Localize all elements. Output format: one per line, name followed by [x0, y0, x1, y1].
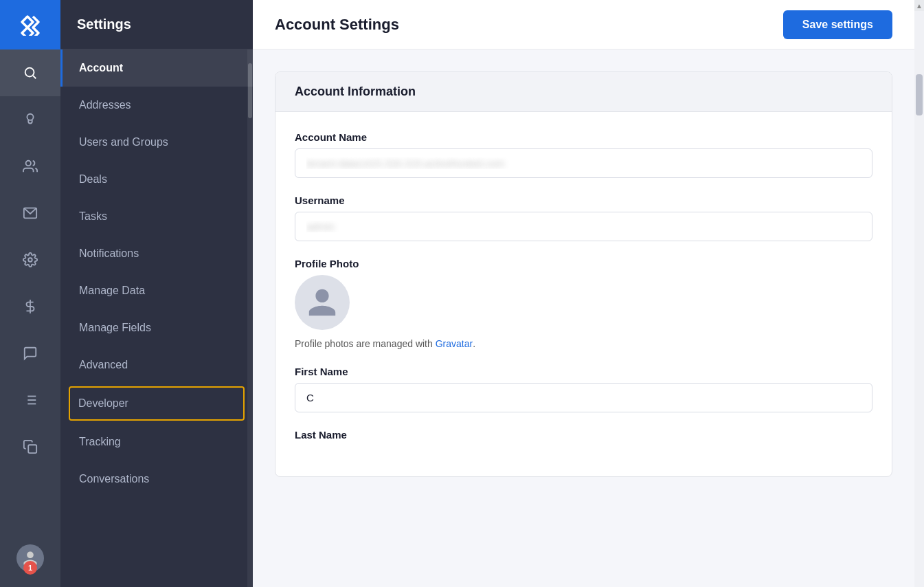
svg-point-2 [27, 114, 33, 120]
left-nav-title: Settings [77, 16, 131, 32]
icon-rail: 1 [0, 0, 60, 587]
right-scrollbar-thumb [916, 74, 923, 115]
sidebar-item-billing[interactable] [0, 283, 60, 330]
sidebar-item-list[interactable] [0, 377, 60, 423]
app-logo[interactable] [0, 0, 60, 49]
sidebar-item-deals[interactable]: Deals [60, 161, 253, 198]
sidebar-item-manage-fields[interactable]: Manage Fields [60, 309, 253, 346]
first-name-label: First Name [295, 366, 872, 377]
sidebar-item-settings[interactable] [0, 236, 60, 283]
first-name-group: First Name [295, 366, 872, 412]
svg-line-1 [33, 76, 36, 78]
sidebar-item-manage-data[interactable]: Manage Data [60, 272, 253, 309]
left-nav-scroll: Account Addresses Users and Groups Deals… [60, 49, 253, 587]
sidebar-item-mail[interactable] [0, 190, 60, 236]
bulb-icon [23, 112, 38, 127]
gravatar-link[interactable]: Gravatar [436, 338, 473, 349]
gravatar-text: Profile photos are managed with Gravatar… [295, 338, 872, 349]
sidebar-item-account[interactable]: 1 [0, 535, 60, 582]
save-settings-button[interactable]: Save settings [783, 10, 892, 39]
first-name-input[interactable] [295, 383, 872, 412]
sidebar-item-notifications[interactable]: Notifications [60, 235, 253, 272]
gear-small-icon [23, 252, 38, 267]
mail-icon [23, 206, 38, 221]
main-body: Account Information Account Name Usernam… [253, 49, 914, 587]
main-content: Account Settings Save settings Account I… [253, 0, 914, 587]
list-icon [23, 392, 38, 408]
logo-icon [19, 14, 41, 36]
left-nav: Settings Account Addresses Users and Gro… [60, 0, 253, 587]
page-title: Account Settings [275, 16, 399, 34]
account-name-label: Account Name [295, 131, 872, 143]
svg-point-0 [25, 68, 34, 77]
account-info-card-header: Account Information [275, 72, 892, 112]
main-header: Account Settings Save settings [253, 0, 914, 49]
sidebar-item-search[interactable] [0, 49, 60, 96]
svg-point-5 [28, 258, 32, 262]
account-info-card: Account Information Account Name Usernam… [275, 71, 892, 477]
chat-icon [23, 346, 38, 361]
sidebar-item-tasks[interactable]: Tasks [60, 198, 253, 235]
profile-photo-label: Profile Photo [295, 258, 872, 269]
sidebar-item-developer[interactable]: Developer [69, 386, 245, 421]
username-label: Username [295, 195, 872, 206]
username-input[interactable] [295, 212, 872, 241]
notification-badge: 1 [23, 561, 37, 575]
sidebar-item-chat[interactable] [0, 330, 60, 377]
profile-photo-avatar [295, 275, 350, 330]
sidebar-item-contacts[interactable] [0, 143, 60, 190]
profile-person-icon [306, 286, 339, 319]
svg-rect-13 [28, 445, 36, 453]
sidebar-item-account[interactable]: Account [60, 49, 253, 87]
contacts-icon [23, 159, 38, 174]
profile-photo-group: Profile Photo Profile photos are managed… [295, 258, 872, 349]
account-name-input[interactable] [295, 148, 872, 178]
account-info-title: Account Information [295, 85, 872, 99]
copy-icon [23, 439, 38, 454]
account-name-group: Account Name [295, 131, 872, 178]
sidebar-item-users-groups[interactable]: Users and Groups [60, 124, 253, 161]
dollar-icon [23, 299, 38, 314]
sidebar-item-advanced[interactable]: Advanced [60, 346, 253, 384]
right-scrollbar: ▲ [914, 0, 924, 587]
last-name-group: Last Name [295, 429, 872, 441]
account-info-card-body: Account Name Username Profile Photo [275, 112, 892, 476]
sidebar-item-conversations[interactable]: Conversations [60, 461, 253, 498]
left-nav-header: Settings [60, 0, 253, 49]
search-icon [23, 65, 38, 80]
sidebar-item-copy[interactable] [0, 423, 60, 470]
last-name-label: Last Name [295, 429, 872, 441]
left-nav-scrollbar [247, 49, 253, 587]
sidebar-item-tracking[interactable]: Tracking [60, 423, 253, 461]
username-group: Username [295, 195, 872, 241]
svg-point-3 [26, 161, 31, 166]
left-nav-scrollbar-thumb [248, 63, 252, 118]
sidebar-item-addresses[interactable]: Addresses [60, 87, 253, 124]
sidebar-item-ideas[interactable] [0, 96, 60, 143]
scrollbar-up-arrow[interactable]: ▲ [914, 0, 924, 11]
